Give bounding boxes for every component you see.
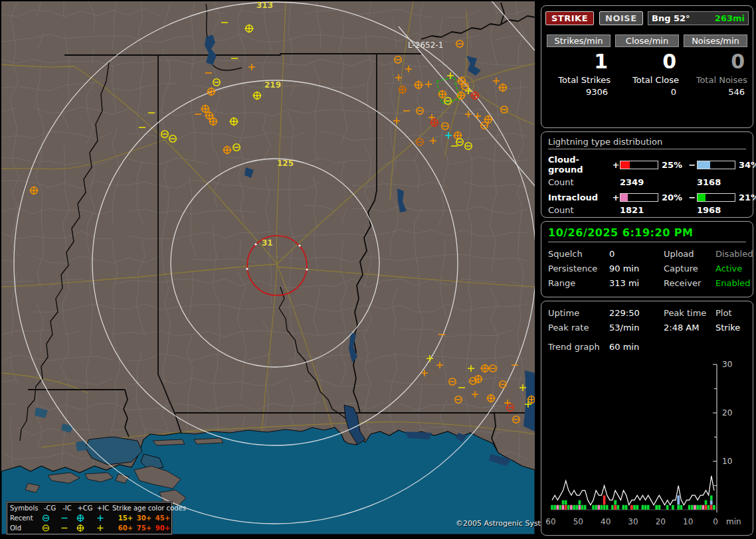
- legend-mc-symbol: [41, 514, 59, 522]
- legend-cg-pos-header: +CG: [75, 504, 95, 512]
- distribution-panel: Lightning type distribution Cloud-ground…: [541, 131, 753, 218]
- persistence-value: 90 min: [609, 264, 664, 273]
- legend-p-symbol: [95, 524, 111, 532]
- minus-sign: −: [688, 160, 697, 170]
- trend-graph-value: 60 min: [609, 342, 746, 352]
- legend-ic-pos-header: +IC: [95, 504, 111, 512]
- svg-text:10: 10: [683, 517, 693, 526]
- peak-rate-value: 53/min: [609, 323, 664, 333]
- svg-text:0: 0: [713, 517, 718, 526]
- strike-toggle-button[interactable]: STRIKE: [545, 11, 594, 25]
- legend-age-60+: 60+: [116, 524, 135, 532]
- ic-pos-pct: 20%: [658, 193, 688, 202]
- capture-status: Active: [715, 264, 753, 273]
- noises-per-min-header: Noises/min: [684, 35, 747, 47]
- range-value: 313 mi: [609, 278, 664, 288]
- svg-text:L-2652-1: L-2652-1: [408, 40, 443, 50]
- svg-text:60: 60: [545, 517, 555, 526]
- plot-label: Plot: [715, 308, 746, 318]
- plus-sign: +: [612, 193, 620, 202]
- capture-label: Capture: [664, 264, 715, 273]
- counters-panel: STRIKE NOISE Bng 52° 263mi Strikes/min 1…: [541, 5, 753, 128]
- legend-mc-symbol: [41, 524, 59, 532]
- legend-age-title: Strike age color codes: [111, 504, 172, 512]
- receiver-status: Enabled: [715, 278, 753, 288]
- legend-age-15+: 15+: [116, 514, 135, 522]
- peak-rate-label: Peak rate: [548, 323, 609, 333]
- legend-age-30+: 30+: [135, 514, 153, 522]
- total-noises-value: 546: [728, 87, 745, 97]
- cg-pos-pct: 25%: [658, 160, 688, 170]
- ic-pos-count: 1821: [620, 205, 658, 215]
- ic-neg-pct: 21%: [735, 193, 756, 202]
- legend-symbols-header: Symbols: [10, 504, 41, 512]
- squelch-value: 0: [609, 249, 664, 259]
- total-strikes-value: 9306: [586, 87, 608, 97]
- intracloud-label: Intracloud: [548, 193, 612, 202]
- plot-value: Strike: [715, 323, 746, 333]
- strikes-per-min-header: Strikes/min: [547, 35, 611, 47]
- ic-pos-bar: [620, 193, 658, 202]
- lightning-map[interactable]: 31321912531L-2652-1 ©2005 Astrogenic Sys…: [1, 1, 535, 534]
- legend-p-symbol: [95, 514, 111, 522]
- distribution-title: Lightning type distribution: [548, 137, 746, 149]
- uptime-label: Uptime: [548, 308, 609, 318]
- cg-neg-pct: 34%: [735, 160, 756, 170]
- legend-pc-symbol: [75, 524, 95, 532]
- svg-text:125: 125: [277, 159, 294, 168]
- legend-ic-neg-header: -IC: [59, 504, 75, 512]
- legend-row-label: Old: [10, 524, 41, 532]
- svg-text:20: 20: [656, 517, 666, 526]
- count-label: Count: [548, 205, 612, 215]
- plus-sign: +: [612, 160, 620, 170]
- strikes-per-min-value: 1: [594, 51, 608, 72]
- persistence-label: Persistence: [548, 264, 609, 273]
- noises-per-min-value: 0: [731, 51, 745, 72]
- peak-time-value: 2:48 AM: [664, 323, 715, 333]
- legend-age-90+: 90+: [153, 524, 172, 532]
- total-noises-label: Total Noises: [696, 75, 747, 85]
- svg-text:10: 10: [722, 457, 732, 466]
- noise-toggle-button[interactable]: NOISE: [599, 11, 643, 25]
- svg-text:219: 219: [264, 80, 281, 90]
- noises-column: Noises/min 0 Total Noises 546: [684, 35, 747, 97]
- trend-graph-label: Trend graph: [548, 342, 609, 352]
- upload-status: Disabled: [715, 249, 753, 259]
- legend-cg-neg-header: -CG: [41, 504, 59, 512]
- cg-pos-bar: [620, 161, 658, 169]
- receiver-label: Receiver: [664, 278, 715, 288]
- close-per-min-value: 0: [662, 51, 676, 72]
- svg-text:30: 30: [722, 360, 732, 369]
- legend-pc-symbol: [75, 514, 95, 522]
- close-per-min-header: Close/min: [615, 35, 679, 47]
- ic-neg-count: 1968: [697, 205, 735, 215]
- svg-text:min: min: [726, 517, 741, 526]
- svg-text:31: 31: [262, 238, 273, 248]
- squelch-label: Squelch: [548, 249, 609, 259]
- uptime-value: 229:50: [609, 308, 664, 318]
- total-strikes-label: Total Strikes: [558, 75, 611, 85]
- peak-time-label: Peak time: [664, 308, 715, 318]
- cg-pos-count: 2349: [620, 177, 658, 187]
- minus-sign: −: [688, 193, 697, 202]
- datetime-display: 10/26/2025 6:19:20 PM: [548, 226, 746, 242]
- svg-text:313: 313: [256, 1, 273, 10]
- svg-text:50: 50: [573, 517, 583, 526]
- ic-neg-bar: [697, 193, 735, 202]
- legend-age-75+: 75+: [135, 524, 153, 532]
- bearing-label: Bng 52°: [652, 13, 690, 23]
- legend-m-symbol: [59, 524, 75, 532]
- map-canvas: 31321912531L-2652-1: [1, 1, 535, 534]
- count-label: Count: [548, 177, 612, 187]
- strikes-column: Strikes/min 1 Total Strikes 9306: [547, 35, 611, 97]
- legend-m-symbol: [59, 514, 75, 522]
- nexstorm-window: 31321912531L-2652-1 ©2005 Astrogenic Sys…: [0, 0, 756, 539]
- total-close-label: Total Close: [632, 75, 679, 85]
- legend-row-label: Recent: [10, 514, 41, 522]
- svg-text:40: 40: [601, 517, 611, 526]
- status-panel: 10/26/2025 6:19:20 PM Squelch 0 Upload D…: [541, 221, 753, 297]
- cloud-ground-label: Cloud-ground: [548, 155, 612, 175]
- svg-text:30: 30: [628, 517, 638, 526]
- svg-text:20: 20: [722, 408, 732, 418]
- legend-age-45+: 45+: [153, 514, 172, 522]
